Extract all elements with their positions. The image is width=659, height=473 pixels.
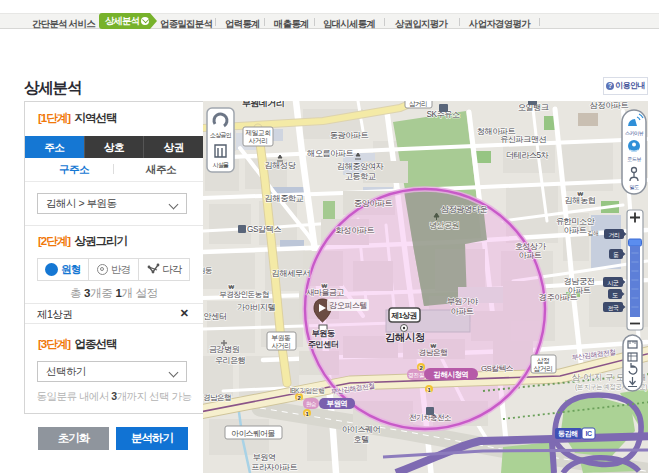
svg-text:김해중앙여자: 김해중앙여자	[337, 162, 383, 171]
svg-text:IC: IC	[586, 430, 592, 437]
svg-text:호성상가: 호성상가	[515, 242, 547, 251]
svg-text:치안센터: 치안센터	[203, 312, 227, 321]
svg-text:경남은행: 경남은행	[418, 348, 447, 357]
svg-text:사거리: 사거리	[249, 137, 268, 144]
svg-text:부원네거리: 부원네거리	[242, 101, 285, 108]
svg-text:김해중학교: 김해중학교	[265, 194, 304, 203]
svg-text:중앙아파트: 중앙아파트	[354, 199, 393, 208]
svg-text:삼거리: 삼거리	[409, 101, 427, 107]
svg-text:원동: 원동	[203, 266, 212, 275]
svg-text:경전철: 경전철	[408, 372, 425, 378]
svg-text:아이스퀘어몰: 아이스퀘어몰	[231, 429, 275, 438]
svg-text:더테라스5차: 더테라스5차	[506, 151, 549, 160]
svg-text:김해시청: 김해시청	[385, 331, 425, 343]
svg-text:시설물: 시설물	[213, 162, 229, 168]
svg-text:김해농협: 김해농협	[565, 196, 596, 205]
svg-text:₩: ₩	[577, 191, 583, 197]
svg-text:사거리: 사거리	[272, 342, 291, 349]
svg-text:아이스퀘어: 아이스퀘어	[342, 425, 381, 434]
svg-text:부경장인돈농협: 부경장인돈농협	[219, 290, 269, 299]
svg-text:부원역: 부원역	[327, 399, 348, 408]
svg-text:새마을금고: 새마을금고	[306, 288, 344, 297]
svg-text:김해성당: 김해성당	[265, 161, 297, 170]
svg-text:김해: 김해	[588, 230, 600, 236]
svg-text:부원가야: 부원가야	[447, 297, 479, 306]
svg-text:아파트: 아파트	[450, 307, 473, 316]
svg-text:경남은행: 경남은행	[203, 393, 231, 402]
svg-text:동: 동	[613, 252, 619, 258]
svg-text:로드뷰: 로드뷰	[627, 156, 641, 162]
svg-text:경주아파트: 경주아파트	[539, 293, 578, 302]
svg-text:소상공인: 소상공인	[210, 132, 232, 139]
svg-text:스카이뷰: 스카이뷰	[625, 130, 644, 136]
svg-text:김해시청역: 김해시청역	[434, 370, 469, 379]
svg-text:부원동: 부원동	[272, 334, 292, 341]
svg-text:삼정광명타운: 삼정광명타운	[441, 205, 487, 214]
svg-text:부원역: 부원역	[252, 453, 275, 462]
svg-text:우리은행: 우리은행	[215, 356, 246, 365]
svg-text:유신파크맨션: 유신파크맨션	[500, 135, 546, 144]
svg-text:GS칼텍스: GS칼텍스	[481, 364, 514, 373]
svg-text:전국: 전국	[608, 305, 620, 311]
svg-text:유한미소안: 유한미소안	[556, 217, 596, 226]
svg-text:프라자아파트: 프라자아파트	[251, 463, 297, 472]
svg-text:김해세무서: 김해세무서	[272, 269, 310, 278]
svg-text:제1상권: 제1상권	[390, 311, 417, 320]
svg-text:IBK기업은행: IBK기업은행	[290, 387, 325, 395]
svg-text:도: 도	[612, 292, 618, 298]
svg-text:아파트: 아파트	[518, 251, 541, 260]
svg-text:₩: ₩	[228, 284, 234, 290]
svg-text:고등학교: 고등학교	[345, 172, 376, 181]
svg-text:강오피스텔: 강오피스텔	[329, 301, 367, 310]
svg-text:주민센터: 주민센터	[308, 340, 339, 349]
svg-text:삼정: 삼정	[537, 357, 550, 364]
svg-text:거리: 거리	[609, 232, 620, 238]
svg-text:₩: ₩	[430, 343, 436, 349]
svg-text:화성아파트: 화성아파트	[336, 226, 375, 235]
svg-text:가야비지텔: 가야비지텔	[237, 303, 276, 312]
svg-text:아파트: 아파트	[563, 226, 586, 235]
svg-text:시군: 시군	[608, 280, 620, 286]
svg-text:삼거리: 삼거리	[534, 365, 553, 372]
svg-text:금강병원: 금강병원	[209, 345, 240, 354]
svg-text:GS칼텍스: GS칼텍스	[247, 225, 281, 234]
svg-text:동광아파트: 동광아파트	[330, 131, 369, 140]
svg-text:부원동: 부원동	[311, 329, 334, 338]
svg-text:호텔: 호텔	[353, 435, 369, 444]
svg-text:밀도: 밀도	[629, 184, 639, 190]
svg-text:₩: ₩	[321, 283, 327, 289]
svg-text:삼정아파트: 삼정아파트	[590, 101, 629, 110]
svg-text:경남궁전: 경남궁전	[564, 277, 595, 286]
svg-text:제일교회: 제일교회	[244, 129, 270, 136]
svg-text:해오름아파트: 해오름아파트	[307, 149, 353, 158]
svg-text:녕산공원: 녕산공원	[429, 221, 460, 230]
svg-text:동김해: 동김해	[558, 430, 578, 438]
svg-text:환승: 환승	[306, 401, 317, 407]
